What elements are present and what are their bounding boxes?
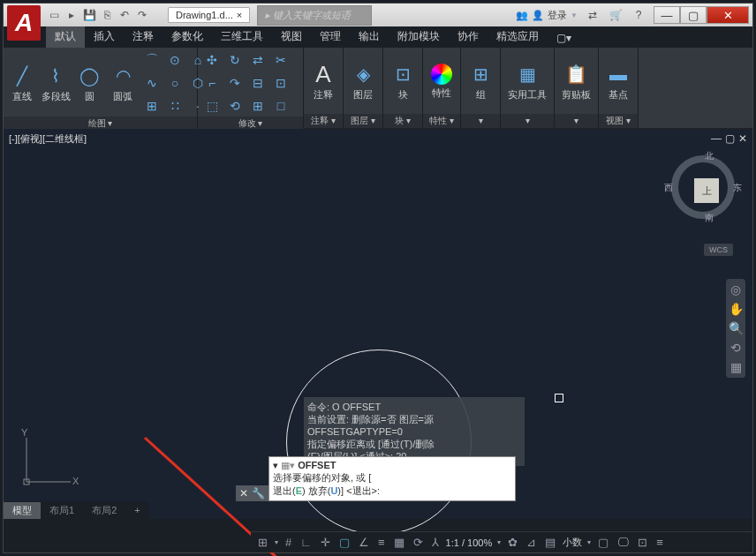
tab-default[interactable]: 默认: [46, 26, 85, 48]
layout2-tab[interactable]: 布局2: [83, 502, 125, 519]
ortho-toggle-icon[interactable]: ∟: [299, 536, 314, 549]
ucs-icon[interactable]: ⅄: [430, 536, 441, 549]
viewport-label[interactable]: [-][俯视][二维线框]: [9, 132, 87, 146]
panel-title[interactable]: 注释 ▾: [304, 114, 343, 128]
tab-insert[interactable]: 插入: [85, 26, 124, 48]
tab-view[interactable]: 视图: [272, 26, 311, 48]
circle-button[interactable]: ◯圆: [74, 62, 104, 105]
modify-tool[interactable]: ⇄: [247, 49, 268, 71]
tab-more-icon[interactable]: ▢▾: [548, 28, 580, 48]
draw-tool[interactable]: ○: [164, 72, 185, 94]
modify-tool[interactable]: ✣: [201, 49, 223, 71]
nav-wheel-icon[interactable]: ◎: [730, 282, 741, 297]
polar-toggle-icon[interactable]: ✛: [319, 536, 332, 549]
login-button[interactable]: 👥👤登录▼: [516, 9, 578, 22]
help-icon[interactable]: ?: [631, 7, 646, 23]
tab-annotate[interactable]: 注释: [124, 26, 163, 48]
units-icon[interactable]: ▤: [543, 536, 557, 549]
draw-tool[interactable]: ⊙: [164, 49, 185, 71]
draw-tool[interactable]: ⊞: [141, 95, 163, 116]
panel-title[interactable]: 块 ▾: [383, 114, 422, 128]
close-tab-icon[interactable]: ×: [237, 10, 242, 20]
polyline-button[interactable]: ⌇多段线: [41, 62, 71, 105]
tab-parametric[interactable]: 参数化: [163, 26, 212, 48]
units-display[interactable]: 小数: [563, 536, 582, 549]
app-logo[interactable]: A: [7, 5, 41, 41]
arc-button[interactable]: ◠圆弧: [108, 62, 138, 105]
modify-tool[interactable]: ⊞: [247, 95, 268, 116]
maximize-button[interactable]: ▢: [680, 6, 707, 24]
group-button[interactable]: ⊞组: [465, 60, 496, 103]
draw-tool[interactable]: ⌒: [141, 49, 163, 71]
modify-tool[interactable]: ⟲: [224, 95, 246, 116]
view-cube[interactable]: 北 南 东 西 上: [671, 155, 735, 219]
transparency-icon[interactable]: ▦: [392, 536, 406, 549]
modify-tool[interactable]: ⌐: [201, 72, 223, 94]
modify-tool[interactable]: ↷: [224, 72, 246, 94]
tab-manage[interactable]: 管理: [311, 26, 350, 48]
clean-screen-icon[interactable]: ⊡: [636, 536, 649, 549]
open-icon[interactable]: ▸: [64, 7, 79, 23]
panel-title[interactable]: 图层 ▾: [344, 114, 382, 128]
modify-tool[interactable]: ✂: [270, 49, 291, 71]
properties-button[interactable]: 特性: [427, 62, 457, 101]
tab-output[interactable]: 输出: [350, 26, 389, 48]
osnap-toggle-icon[interactable]: ▢: [337, 536, 352, 549]
anno-scale-icon[interactable]: ⊿: [525, 536, 538, 549]
tab-featured[interactable]: 精选应用: [488, 26, 548, 48]
customize-icon[interactable]: ≡: [654, 536, 665, 549]
tab-3dtools[interactable]: 三维工具: [212, 26, 272, 48]
drawing-canvas[interactable]: [-][俯视][二维线框] — ▢ ✕ 北 南 东 西 上 WCS ◎ ✋ 🔍 …: [4, 129, 752, 519]
command-input[interactable]: ▾ ▦▾ OFFSET 选择要偏移的对象, 或 [ 退出(E) 放弃(U)] <…: [268, 456, 516, 501]
modify-tool[interactable]: □: [270, 95, 291, 116]
workspace-icon[interactable]: ▢: [596, 536, 610, 549]
document-tab[interactable]: Drawing1.d...×: [168, 7, 250, 23]
panel-title[interactable]: ▾: [461, 114, 500, 128]
redo-icon[interactable]: ↷: [134, 7, 150, 23]
gear-icon[interactable]: ✿: [506, 536, 519, 549]
vp-min-icon[interactable]: —: [711, 132, 722, 145]
cmd-handle[interactable]: ✕🔧: [236, 485, 268, 501]
modify-tool[interactable]: ⊡: [270, 72, 291, 94]
layout1-tab[interactable]: 布局1: [41, 502, 83, 519]
add-layout-tab[interactable]: +: [125, 503, 148, 517]
panel-title[interactable]: 视图 ▾: [599, 114, 638, 128]
panel-title[interactable]: ▾: [501, 114, 554, 128]
model-tab[interactable]: 模型: [4, 502, 41, 519]
zoom-icon[interactable]: 🔍: [729, 321, 744, 335]
base-button[interactable]: ▬基点: [602, 60, 634, 103]
save-icon[interactable]: 💾: [81, 7, 97, 23]
wcs-badge[interactable]: WCS: [704, 244, 733, 256]
tab-addons[interactable]: 附加模块: [389, 26, 449, 48]
annotation-button[interactable]: A注释: [307, 60, 339, 103]
undo-icon[interactable]: ↶: [117, 7, 132, 23]
saveas-icon[interactable]: ⎘: [99, 7, 115, 23]
cmd-settings-icon[interactable]: 🔧: [252, 487, 265, 500]
layers-button[interactable]: ◈图层: [347, 60, 379, 103]
draw-tool[interactable]: ∿: [141, 72, 163, 94]
tab-collab[interactable]: 协作: [449, 26, 488, 48]
clipboard-button[interactable]: 📋剪贴板: [558, 60, 594, 103]
vp-close-icon[interactable]: ✕: [738, 132, 747, 145]
line-button[interactable]: ╱直线: [7, 62, 37, 105]
block-button[interactable]: ⊡块: [387, 60, 419, 103]
exchange-icon[interactable]: ⇄: [585, 7, 601, 23]
modify-tool[interactable]: ⬚: [201, 95, 223, 116]
minimize-button[interactable]: —: [654, 6, 680, 24]
close-cmd-icon[interactable]: ✕: [239, 487, 248, 500]
close-button[interactable]: ✕: [707, 6, 749, 24]
panel-title[interactable]: ▾: [555, 114, 598, 128]
monitor-icon[interactable]: 🖵: [616, 536, 631, 549]
cycling-icon[interactable]: ⟳: [412, 536, 425, 549]
draw-tool[interactable]: ∷: [164, 95, 185, 116]
scale-display[interactable]: 1:1 / 100%: [446, 537, 493, 548]
vp-max-icon[interactable]: ▢: [725, 132, 735, 145]
showmotion-icon[interactable]: ▦: [730, 360, 742, 374]
utilities-button[interactable]: ▦实用工具: [504, 60, 550, 103]
search-input[interactable]: ▸ 键入关键字或短语: [257, 5, 372, 26]
snap-toggle-icon[interactable]: #: [284, 536, 293, 549]
modify-tool[interactable]: ⊟: [247, 72, 268, 94]
grid-toggle-icon[interactable]: ⊞: [256, 536, 269, 549]
cart-icon[interactable]: 🛒: [608, 7, 624, 23]
vc-face[interactable]: 上: [694, 178, 719, 203]
